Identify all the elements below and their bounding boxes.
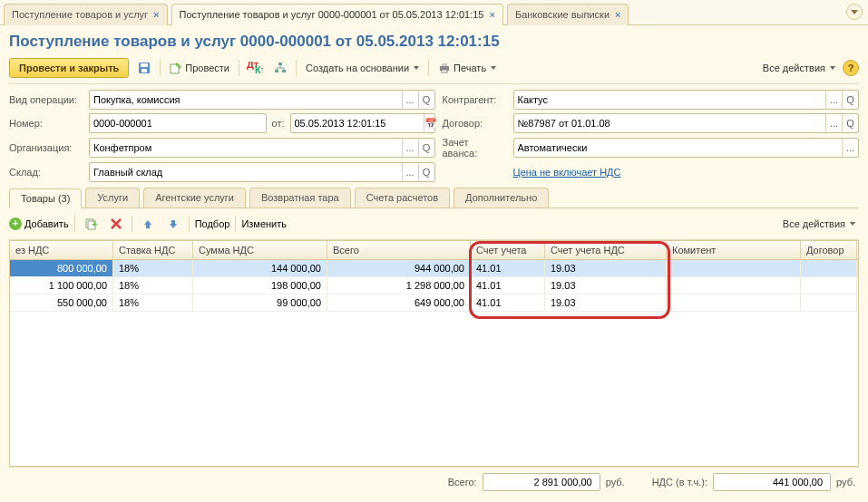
cell-vat-rate[interactable]: 18% xyxy=(113,277,193,294)
operation-type-label: Вид операции: xyxy=(9,94,82,105)
col-vat-sum[interactable]: Сумма НДС xyxy=(193,241,327,259)
warehouse-field[interactable]: ... Q xyxy=(89,162,435,182)
search-icon[interactable]: Q xyxy=(842,91,858,109)
ellipsis-icon[interactable]: ... xyxy=(402,91,418,109)
col-contract[interactable]: Договор xyxy=(801,241,857,259)
organization-input[interactable] xyxy=(90,142,402,153)
calendar-icon[interactable]: 📅 xyxy=(424,114,437,132)
col-total[interactable]: Всего xyxy=(327,241,471,259)
cell-committent[interactable] xyxy=(667,260,801,276)
pick-button[interactable]: Подбор xyxy=(195,218,230,229)
structure-icon[interactable] xyxy=(270,58,290,78)
move-up-icon[interactable] xyxy=(138,214,158,234)
all-actions-button[interactable]: Все действия xyxy=(763,63,835,73)
cell-vat-sum[interactable]: 144 000,00 xyxy=(193,260,327,276)
cell-contract[interactable] xyxy=(801,260,857,276)
cell-committent[interactable] xyxy=(667,294,801,311)
col-account[interactable]: Счет учета xyxy=(471,241,545,259)
contract-input[interactable] xyxy=(514,118,826,129)
tab-agent-services[interactable]: Агентские услуги xyxy=(143,188,246,208)
cell-contract[interactable] xyxy=(801,277,857,294)
svg-rect-8 xyxy=(282,70,286,72)
contract-field[interactable]: ... Q xyxy=(513,113,860,133)
date-field[interactable]: 📅 xyxy=(290,113,435,133)
tab-receipt-document[interactable]: Поступление товаров и услуг 0000-000001 … xyxy=(171,4,503,25)
col-account-vat[interactable]: Счет учета НДС xyxy=(545,241,667,259)
cell-no-vat[interactable]: 800 000,00 xyxy=(10,260,113,276)
cell-account-vat[interactable]: 19.03 xyxy=(545,260,667,276)
cell-account[interactable]: 41.01 xyxy=(471,277,545,294)
move-down-icon[interactable] xyxy=(163,214,183,234)
table-row[interactable]: 550 000,0018%99 000,00649 000,0041.0119.… xyxy=(10,294,858,312)
advance-field[interactable]: ... xyxy=(513,138,860,158)
save-icon[interactable] xyxy=(134,58,154,78)
table-all-actions-button[interactable]: Все действия xyxy=(783,218,855,229)
cell-account[interactable]: 41.01 xyxy=(471,294,545,311)
cell-vat-rate[interactable]: 18% xyxy=(113,294,193,311)
ellipsis-icon[interactable]: ... xyxy=(402,163,418,181)
post-and-close-button[interactable]: Провести и закрыть xyxy=(9,58,129,78)
cell-account-vat[interactable]: 19.03 xyxy=(545,294,667,311)
search-icon[interactable]: Q xyxy=(418,163,434,181)
cell-committent[interactable] xyxy=(667,277,801,294)
cell-total[interactable]: 944 000,00 xyxy=(327,260,471,276)
edit-button[interactable]: Изменить xyxy=(241,218,287,229)
advance-input[interactable] xyxy=(514,142,843,153)
svg-rect-7 xyxy=(275,70,278,72)
organization-field[interactable]: ... Q xyxy=(89,138,435,158)
tab-settlement-accounts[interactable]: Счета расчетов xyxy=(355,188,450,208)
cell-vat-sum[interactable]: 198 000,00 xyxy=(193,277,327,294)
col-vat-rate[interactable]: Ставка НДС xyxy=(113,241,193,259)
help-icon[interactable]: ? xyxy=(843,60,859,76)
col-committent[interactable]: Комитент xyxy=(667,241,801,259)
create-based-on-button[interactable]: Создать на основании xyxy=(302,61,423,75)
search-icon[interactable]: Q xyxy=(418,139,434,157)
tab-return-packaging[interactable]: Возвратная тара xyxy=(249,188,351,208)
cell-no-vat[interactable]: 1 100 000,00 xyxy=(10,277,113,294)
ellipsis-icon[interactable]: ... xyxy=(402,139,418,157)
table-row[interactable]: 1 100 000,0018%198 000,001 298 000,0041.… xyxy=(10,277,858,294)
ellipsis-icon[interactable]: ... xyxy=(842,139,858,157)
warehouse-input[interactable] xyxy=(90,167,402,178)
ellipsis-icon[interactable]: ... xyxy=(825,114,842,132)
vat-link[interactable]: Цена не включает НДС xyxy=(513,167,621,178)
print-button[interactable]: Печать xyxy=(434,60,500,76)
chevron-down-icon[interactable] xyxy=(846,4,863,20)
cell-vat-sum[interactable]: 99 000,00 xyxy=(193,294,327,311)
tab-goods[interactable]: Товары (3) xyxy=(9,188,82,208)
vat-label: НДС (в т.ч.): xyxy=(652,477,707,488)
ellipsis-icon[interactable]: ... xyxy=(825,91,842,109)
cell-vat-rate[interactable]: 18% xyxy=(113,260,193,276)
tab-receipts-list[interactable]: Поступление товаров и услуг × xyxy=(4,4,168,25)
date-input[interactable] xyxy=(291,118,424,129)
col-no-vat[interactable]: ез НДС xyxy=(10,241,113,259)
counterparty-field[interactable]: ... Q xyxy=(513,90,860,110)
add-button[interactable]: + Добавить xyxy=(9,217,69,230)
search-icon[interactable]: Q xyxy=(842,114,858,132)
close-icon[interactable]: × xyxy=(489,9,494,20)
copy-icon[interactable]: + xyxy=(81,214,101,234)
delete-icon[interactable] xyxy=(106,214,126,234)
cell-contract[interactable] xyxy=(801,294,857,311)
cell-total[interactable]: 649 000,00 xyxy=(327,294,471,311)
cell-total[interactable]: 1 298 000,00 xyxy=(327,277,471,294)
operation-type-field[interactable]: ... Q xyxy=(89,90,435,110)
table-row[interactable]: 800 000,0018%144 000,00944 000,0041.0119… xyxy=(10,260,858,277)
close-icon[interactable]: × xyxy=(153,9,159,20)
search-icon[interactable]: Q xyxy=(418,91,434,109)
cell-account-vat[interactable]: 19.03 xyxy=(545,277,667,294)
tab-additional[interactable]: Дополнительно xyxy=(454,188,549,208)
tab-bank-statements[interactable]: Банковские выписки × xyxy=(507,4,629,25)
counterparty-input[interactable] xyxy=(514,94,826,105)
tab-services[interactable]: Услуги xyxy=(85,188,140,208)
number-input[interactable] xyxy=(90,118,266,129)
total-label: Всего: xyxy=(448,477,477,488)
post-button[interactable]: Провести xyxy=(166,60,233,76)
close-icon[interactable]: × xyxy=(615,9,620,20)
dt-kt-icon[interactable]: ДтКт xyxy=(245,58,265,78)
operation-type-input[interactable] xyxy=(90,94,402,105)
cell-account[interactable]: 41.01 xyxy=(471,260,545,276)
number-field[interactable] xyxy=(89,113,267,133)
cell-no-vat[interactable]: 550 000,00 xyxy=(10,294,113,311)
subtabs: Товары (3) Услуги Агентские услуги Возвр… xyxy=(9,188,859,208)
